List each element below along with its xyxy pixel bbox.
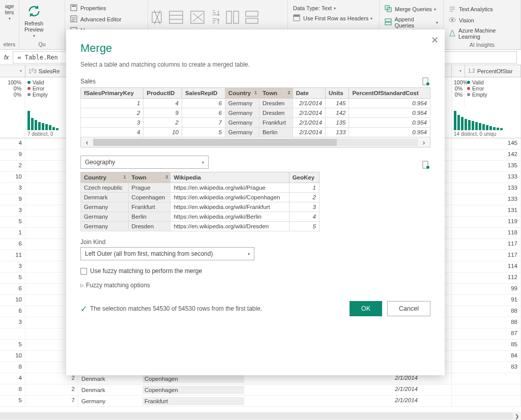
first-row-headers-button[interactable]: Use First Row as Headers ▾ — [291, 13, 376, 23]
cancel-button[interactable]: Cancel — [387, 301, 430, 316]
dialog-subtitle: Select a table and matching columns to c… — [80, 61, 430, 68]
vision-button[interactable]: Vision — [447, 15, 517, 25]
horizontal-scrollbar[interactable]: ❯ — [0, 412, 521, 420]
split-column-icon[interactable] — [225, 9, 240, 25]
table-row[interactable]: 296GermanyDresden2/1/20141420.954 — [81, 108, 430, 118]
keep-rows-icon[interactable] — [168, 9, 185, 25]
svg-rect-6 — [191, 11, 204, 23]
col-header[interactable]: Country1 — [81, 172, 129, 183]
svg-point-22 — [426, 166, 429, 169]
svg-rect-7 — [226, 11, 231, 23]
dialog-title: Merge — [80, 42, 430, 55]
group-label: AI Insights — [447, 41, 517, 50]
properties-button[interactable]: Properties — [68, 3, 144, 13]
group-by-icon[interactable] — [245, 9, 259, 25]
table2-preview[interactable]: Country1Town2WikipediaGeoKeyCzech republ… — [80, 172, 320, 231]
table1-scrollbar[interactable]: ‹ › — [80, 137, 430, 147]
col-header[interactable]: Town2 — [128, 172, 170, 183]
text-analytics-icon — [449, 5, 457, 13]
col-header[interactable]: Wikipedia — [170, 172, 289, 183]
col-header[interactable]: GeoKey — [289, 172, 319, 183]
dropdown-icon[interactable]: ▾ — [459, 69, 461, 73]
preview-icon[interactable] — [422, 77, 430, 85]
fuzzy-options-expander[interactable]: ▷ Fuzzy matching options — [80, 282, 430, 289]
parameters-button[interactable]: age ters ▾ — [3, 2, 16, 22]
refresh-icon — [26, 3, 42, 19]
refresh-preview-button[interactable]: Refresh Preview ▾ — [22, 2, 45, 39]
table1-preview[interactable]: fSalesPrimaryKeyProductIDSalesRepIDCount… — [80, 87, 430, 137]
svg-rect-10 — [246, 18, 258, 23]
table-row[interactable]: 146GermanyDresden2/1/20141450.954 — [81, 99, 430, 108]
col-header[interactable]: PercentOfStandardCost — [349, 88, 430, 99]
merge-queries-button[interactable]: Merge Queries ▾ — [383, 4, 440, 14]
sort-desc-icon[interactable] — [211, 18, 220, 25]
table-row: 57GermanyFrankfurt2/1/2014 — [0, 396, 521, 407]
join-kind-label: Join Kind — [80, 238, 430, 246]
svg-rect-5 — [169, 11, 183, 23]
fuzzy-label: Use fuzzy matching to perform the merge — [90, 267, 202, 275]
azure-icon — [449, 29, 456, 38]
svg-rect-9 — [246, 11, 258, 16]
remove-columns-icon[interactable] — [151, 9, 163, 25]
table2-select[interactable]: Geography▾ — [80, 156, 209, 169]
join-kind-select[interactable]: Left Outer (all from first, matching fro… — [80, 247, 254, 260]
merge-icon — [385, 5, 393, 13]
scroll-left-icon[interactable]: ‹ — [81, 138, 93, 146]
editor-icon — [70, 15, 78, 23]
scroll-right-icon[interactable]: › — [418, 138, 430, 146]
fx-icon: fx — [4, 54, 9, 61]
svg-rect-8 — [234, 11, 239, 23]
ok-button[interactable]: OK — [350, 301, 382, 316]
svg-rect-4 — [152, 12, 161, 22]
group-label: Qu — [22, 40, 62, 49]
col-header-percent[interactable]: PercentOfStar — [477, 68, 513, 74]
svg-point-18 — [451, 19, 453, 21]
advanced-editor-button[interactable]: Advanced Editor — [68, 14, 144, 24]
table-row[interactable]: DenmarkCopenhagenhttps://en.wikipedia.or… — [81, 193, 320, 202]
close-icon[interactable]: ✕ — [431, 35, 439, 46]
text-analytics-button[interactable]: Text Analytics — [447, 4, 517, 14]
svg-point-20 — [426, 82, 429, 85]
svg-rect-11 — [294, 15, 300, 17]
svg-rect-16 — [385, 22, 391, 25]
svg-rect-15 — [385, 19, 391, 21]
remove-rows-icon[interactable] — [190, 9, 206, 25]
azure-ml-button[interactable]: Azure Machine Learning — [447, 26, 517, 41]
dropdown-icon[interactable]: ▾ — [20, 69, 22, 73]
table-row[interactable]: 327GermanyFrankfurt2/1/20141350.954 — [81, 118, 430, 128]
data-type-button[interactable]: Data Type: Text ▾ — [291, 4, 376, 12]
append-icon — [385, 18, 393, 26]
col-header[interactable]: Date — [293, 88, 325, 99]
col-header[interactable]: fSalesPrimaryKey — [81, 88, 143, 99]
table-row[interactable]: GermanyFrankfurthttps://en.wikipedia.org… — [81, 202, 320, 212]
table-row[interactable]: GermanyDresdenhttps://en.wikipedia.org/w… — [81, 222, 320, 231]
merge-dialog: ✕ Merge Select a table and matching colu… — [66, 29, 445, 375]
col-header-salesrep[interactable]: SalesRe — [39, 68, 60, 74]
sort-asc-icon[interactable] — [211, 10, 220, 17]
col-header[interactable]: Town2 — [259, 88, 293, 99]
table1-name: Sales — [80, 78, 96, 85]
vision-icon — [449, 16, 457, 24]
table-row[interactable]: 4105GermanyBerlin2/1/20141330.954 — [81, 128, 430, 137]
col-header[interactable]: ProductID — [143, 88, 182, 99]
match-message: The selection matches 54530 of 54530 row… — [90, 305, 262, 312]
svg-rect-0 — [71, 5, 77, 11]
properties-icon — [70, 4, 78, 12]
triangle-right-icon: ▷ — [80, 283, 84, 288]
check-icon: ✓ — [80, 304, 87, 314]
append-queries-button[interactable]: Append Queries ▾ — [383, 15, 440, 29]
table-row[interactable]: Czech republicPraguehttps://en.wikipedia… — [81, 183, 320, 193]
col-header[interactable]: Units — [325, 88, 349, 99]
scroll-right-icon[interactable]: ❯ — [513, 412, 521, 420]
table-row[interactable]: GermanyBerlinhttps://en.wikipedia.org/wi… — [81, 212, 320, 222]
svg-rect-1 — [72, 6, 76, 7]
group-label: eters — [3, 40, 16, 49]
col-header[interactable]: SalesRepID — [182, 88, 225, 99]
table-row: 82DenmarkCopenhagen2/1/2014 — [0, 384, 521, 396]
col-header[interactable]: Country1 — [225, 88, 259, 99]
headers-icon — [293, 14, 301, 22]
fuzzy-checkbox[interactable] — [80, 268, 87, 275]
preview-icon[interactable] — [422, 161, 430, 169]
